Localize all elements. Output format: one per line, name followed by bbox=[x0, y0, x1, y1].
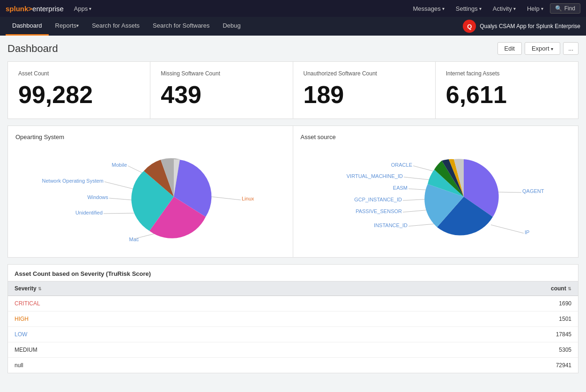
svg-line-1 bbox=[104, 182, 136, 190]
severity-cell: CRITICAL bbox=[8, 296, 319, 311]
enterprise-text: enterprise bbox=[32, 5, 64, 13]
nav-debug[interactable]: Debug bbox=[216, 17, 247, 36]
col-header-severity[interactable]: Severity ⇅ bbox=[8, 281, 319, 296]
chevron-down-icon: ▾ bbox=[479, 6, 482, 11]
count-cell: 1501 bbox=[319, 311, 578, 327]
nav-messages[interactable]: Messages ▾ bbox=[408, 3, 449, 14]
nav-reports[interactable]: Reports ▾ bbox=[49, 17, 86, 36]
page-title: Dashboard bbox=[7, 43, 58, 55]
qualys-badge: Q Qualys CSAM App for Splunk Enterprise bbox=[463, 20, 580, 33]
stat-value-unauthorized-software: 189 bbox=[304, 81, 425, 108]
splunk-logo[interactable]: splunk> enterprise bbox=[6, 5, 64, 13]
as-label-vm: VIRTUAL_MACHINE_ID bbox=[347, 173, 403, 179]
as-label-ip: IP bbox=[525, 229, 529, 235]
as-label-passive: PASSIVE_SENSOR bbox=[356, 208, 402, 214]
sec-nav: Dashboard Reports ▾ Search for Assets Se… bbox=[0, 17, 586, 36]
nav-help[interactable]: Help ▾ bbox=[522, 3, 548, 14]
count-cell: 17845 bbox=[319, 327, 578, 342]
stat-value-internet-assets: 6,611 bbox=[446, 81, 568, 108]
severity-table-section: Asset Count based on Severity (TruRisk S… bbox=[7, 264, 579, 373]
asset-source-chart-title: Asset source bbox=[301, 133, 571, 141]
svg-line-0 bbox=[128, 166, 143, 173]
charts-row: Opearting System Mobile Network Operatin… bbox=[7, 126, 579, 258]
stat-cards: Asset Count 99,282 Missing Software Coun… bbox=[7, 61, 579, 119]
top-nav-right: Messages ▾ Settings ▾ Activity ▾ Help ▾ … bbox=[408, 3, 581, 14]
stat-card-asset-count: Asset Count 99,282 bbox=[8, 62, 150, 118]
severity-table-header: Severity ⇅ count ⇅ bbox=[8, 281, 578, 296]
stat-value-missing-software: 439 bbox=[161, 81, 282, 108]
asset-source-pie-chart: ORACLE VIRTUAL_MACHINE_ID EASM GCP_INSTA… bbox=[301, 145, 571, 248]
os-label-network: Network Operating System bbox=[42, 178, 103, 184]
os-label-mobile: Mobile bbox=[111, 162, 126, 168]
nav-search-softwares[interactable]: Search for Softwares bbox=[146, 17, 216, 36]
stat-label-unauthorized-software: Unauthorized Software Count bbox=[304, 70, 425, 77]
chevron-down-icon: ▾ bbox=[551, 46, 553, 52]
chevron-down-icon: ▾ bbox=[89, 6, 91, 11]
count-cell: 1690 bbox=[319, 296, 578, 311]
splunk-text: splunk> bbox=[6, 5, 32, 13]
nav-apps[interactable]: Apps ▾ bbox=[69, 3, 96, 14]
asset-source-pie-svg: ORACLE VIRTUAL_MACHINE_ID EASM GCP_INSTA… bbox=[319, 145, 553, 248]
svg-line-11 bbox=[408, 224, 435, 226]
count-cell: 5305 bbox=[319, 342, 578, 358]
table-row: LOW17845 bbox=[8, 327, 578, 342]
os-chart-panel: Opearting System Mobile Network Operatin… bbox=[8, 126, 293, 257]
stat-label-missing-software: Missing Software Count bbox=[161, 70, 282, 77]
as-label-oracle: ORACLE bbox=[391, 162, 412, 168]
severity-table-body: CRITICAL1690HIGH1501LOW17845MEDIUM5305nu… bbox=[8, 296, 578, 373]
chevron-down-icon: ▾ bbox=[442, 6, 445, 11]
export-button[interactable]: Export ▾ bbox=[525, 42, 560, 55]
as-label-qagent: QAGENT bbox=[522, 188, 544, 194]
chevron-down-icon: ▾ bbox=[541, 6, 543, 11]
nav-settings[interactable]: Settings ▾ bbox=[451, 3, 486, 14]
severity-cell: MEDIUM bbox=[8, 342, 319, 358]
svg-line-3 bbox=[104, 213, 137, 214]
os-label-unidentified: Unidentified bbox=[75, 210, 103, 215]
sort-icon-count: ⇅ bbox=[568, 287, 571, 291]
stat-card-internet-assets: Internet facing Assets 6,611 bbox=[436, 62, 578, 118]
severity-table-header-row: Severity ⇅ count ⇅ bbox=[8, 281, 578, 296]
sort-icon-severity: ⇅ bbox=[38, 287, 42, 291]
severity-cell: HIGH bbox=[8, 311, 319, 327]
qualys-icon: Q bbox=[463, 20, 476, 33]
more-button[interactable]: ... bbox=[563, 42, 579, 55]
find-button[interactable]: 🔍 Find bbox=[550, 3, 580, 14]
table-row: HIGH1501 bbox=[8, 311, 578, 327]
stat-card-unauthorized-software: Unauthorized Software Count 189 bbox=[293, 62, 436, 118]
count-cell: 72941 bbox=[319, 358, 578, 373]
dashboard-actions: Edit Export ▾ ... bbox=[497, 42, 579, 55]
asset-source-chart-panel: Asset source ORACLE VIRTUAL_MACHINE_ID E… bbox=[293, 126, 579, 257]
stat-value-asset-count: 99,282 bbox=[18, 81, 140, 108]
as-label-gcp: GCP_INSTANCE_ID bbox=[354, 197, 402, 202]
nav-dashboard[interactable]: Dashboard bbox=[6, 17, 49, 36]
os-pie-chart: Mobile Network Operating System Windows … bbox=[15, 145, 285, 248]
search-icon: 🔍 bbox=[555, 5, 562, 12]
nav-search-assets[interactable]: Search for Assets bbox=[85, 17, 146, 36]
svg-line-10 bbox=[403, 210, 430, 212]
chevron-down-icon: ▾ bbox=[76, 23, 79, 28]
os-label-linux: Linux bbox=[242, 196, 254, 201]
col-header-count[interactable]: count ⇅ bbox=[319, 281, 578, 296]
severity-cell: LOW bbox=[8, 327, 319, 342]
top-nav: splunk> enterprise Apps ▾ Messages ▾ Set… bbox=[0, 0, 586, 17]
nav-activity[interactable]: Activity ▾ bbox=[488, 3, 520, 14]
table-row: CRITICAL1690 bbox=[8, 296, 578, 311]
stat-label-asset-count: Asset Count bbox=[18, 70, 140, 77]
as-label-easm: EASM bbox=[393, 185, 408, 191]
chevron-down-icon: ▾ bbox=[513, 6, 516, 11]
os-label-windows: Windows bbox=[87, 194, 108, 200]
stat-card-missing-software: Missing Software Count 439 bbox=[150, 62, 293, 118]
table-row: null72941 bbox=[8, 358, 578, 373]
edit-button[interactable]: Edit bbox=[497, 42, 522, 55]
stat-label-internet-assets: Internet facing Assets bbox=[446, 70, 568, 77]
svg-line-4 bbox=[211, 197, 241, 200]
os-chart-title: Opearting System bbox=[15, 133, 285, 141]
table-row: MEDIUM5305 bbox=[8, 342, 578, 358]
svg-line-12 bbox=[496, 192, 521, 192]
os-label-mac: Mac bbox=[129, 237, 139, 242]
os-pie-svg: Mobile Network Operating System Windows … bbox=[33, 145, 267, 248]
sec-nav-right: Q Qualys CSAM App for Splunk Enterprise bbox=[463, 17, 580, 36]
severity-table: Severity ⇅ count ⇅ CRITICAL1690HIGH1501L… bbox=[8, 281, 578, 373]
severity-table-title: Asset Count based on Severity (TruRisk S… bbox=[8, 265, 578, 281]
dashboard-header: Dashboard Edit Export ▾ ... bbox=[7, 42, 579, 55]
